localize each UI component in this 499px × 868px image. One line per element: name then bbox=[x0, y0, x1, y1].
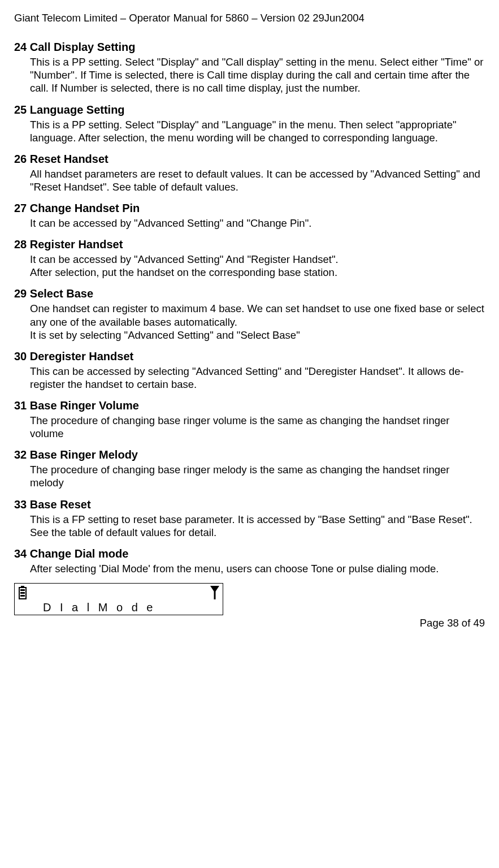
section: 25 Language SettingThis is a PP setting.… bbox=[14, 103, 485, 144]
section-title: 25 Language Setting bbox=[14, 103, 485, 117]
section: 34 Change Dial modeAfter selecting 'Dial… bbox=[14, 547, 485, 575]
section-body: After selecting 'Dial Mode' from the men… bbox=[30, 562, 485, 575]
section-body: This is a FP setting to reset base param… bbox=[30, 513, 485, 539]
lcd-display: D I a l M o d e bbox=[14, 583, 223, 615]
section-title: 32 Base Ringer Melody bbox=[14, 448, 485, 462]
section-body: All handset parameters are reset to defa… bbox=[30, 167, 485, 193]
section-body: This is a PP setting. Select "Display" a… bbox=[30, 55, 485, 94]
svg-rect-2 bbox=[20, 589, 25, 591]
section: 33 Base ResetThis is a FP setting to res… bbox=[14, 498, 485, 539]
section-title: 24 Call Display Setting bbox=[14, 40, 485, 54]
battery-icon bbox=[18, 586, 27, 599]
section-title: 26 Reset Handset bbox=[14, 152, 485, 166]
section-title: 30 Deregister Handset bbox=[14, 349, 485, 364]
antenna-icon bbox=[210, 586, 219, 599]
section-body: It can be accessed by "Advanced Setting"… bbox=[30, 253, 485, 279]
svg-rect-6 bbox=[214, 591, 216, 599]
lcd-text: D I a l M o d e bbox=[18, 599, 219, 615]
section-title: 33 Base Reset bbox=[14, 498, 485, 512]
section: 28 Register HandsetIt can be accessed by… bbox=[14, 237, 485, 279]
section-body: This can be accessed by selecting "Advan… bbox=[30, 365, 485, 391]
section-body: The procedure of changing base ringer vo… bbox=[30, 414, 485, 440]
section-title: 28 Register Handset bbox=[14, 237, 485, 252]
section: 32 Base Ringer MelodyThe procedure of ch… bbox=[14, 448, 485, 489]
section: 24 Call Display SettingThis is a PP sett… bbox=[14, 40, 485, 94]
section-title: 29 Select Base bbox=[14, 287, 485, 301]
section: 26 Reset HandsetAll handset parameters a… bbox=[14, 152, 485, 193]
section: 27 Change Handset PinIt can be accessed … bbox=[14, 201, 485, 230]
svg-rect-3 bbox=[20, 592, 25, 594]
section-body: The procedure of changing base ringer me… bbox=[30, 463, 485, 489]
section-title: 27 Change Handset Pin bbox=[14, 201, 485, 215]
section-body: One handset can register to maximum 4 ba… bbox=[30, 302, 485, 341]
page-header: Giant Telecom Limited – Operator Manual … bbox=[14, 11, 485, 24]
section: 31 Base Ringer VolumeThe procedure of ch… bbox=[14, 399, 485, 440]
section: 30 Deregister HandsetThis can be accesse… bbox=[14, 349, 485, 391]
svg-rect-4 bbox=[20, 595, 25, 597]
section-body: This is a PP setting. Select "Display" a… bbox=[30, 118, 485, 144]
section-body: It can be accessed by "Advanced Setting"… bbox=[30, 217, 485, 230]
section-title: 34 Change Dial mode bbox=[14, 547, 485, 561]
page-footer: Page 38 of 49 bbox=[14, 616, 485, 629]
section-title: 31 Base Ringer Volume bbox=[14, 399, 485, 413]
section: 29 Select BaseOne handset can register t… bbox=[14, 287, 485, 341]
